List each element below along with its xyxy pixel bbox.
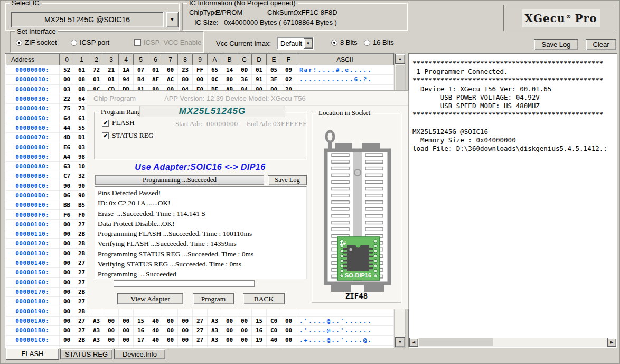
app-window: Select IC MX25L51245G @SOIC16 ▼ IC Infor… bbox=[0, 0, 620, 364]
hex-byte-cell: C0 bbox=[267, 326, 281, 336]
hex-byte-cell: 2B bbox=[74, 345, 89, 348]
radio-on-icon bbox=[16, 40, 22, 46]
tab-flash[interactable]: FLASH bbox=[6, 348, 59, 360]
zif-socket-radio[interactable]: ZIF socket bbox=[16, 39, 57, 46]
device-log-panel[interactable]: ****************************************… bbox=[408, 53, 617, 348]
scroll-thumb[interactable] bbox=[396, 65, 405, 92]
select-ic-label: Select IC bbox=[10, 0, 42, 7]
hex-byte-cell: 08 bbox=[74, 75, 89, 84]
scroll-thumb[interactable] bbox=[419, 338, 493, 346]
hex-row: 000001D0:002BA30000184000002BA300001A400… bbox=[6, 345, 394, 348]
hex-ascii-cell: .'....@..'...... bbox=[296, 326, 394, 336]
select-ic-group: Select IC MX25L51245G @SOIC16 ▼ bbox=[5, 3, 179, 30]
hex-byte-cell: 40 bbox=[267, 345, 281, 348]
end-adr-label: End Adr: bbox=[247, 120, 271, 128]
hex-byte-cell: 40 bbox=[148, 345, 163, 348]
progress-bar: Programming ...Succeeded bbox=[95, 175, 264, 185]
hex-address: 00000130: bbox=[6, 248, 60, 258]
program-log-text: Pins Detected Passed! ID: 0x C2 20 1A ..… bbox=[95, 187, 306, 279]
hex-address: 00000160: bbox=[6, 277, 60, 287]
hex-byte-cell: 21 bbox=[104, 65, 119, 75]
hex-byte-cell: 16 bbox=[252, 326, 267, 336]
hex-col-header: B bbox=[222, 54, 237, 65]
hex-byte-cell: 17 bbox=[134, 336, 148, 345]
tab-status-reg[interactable]: STATUS REG bbox=[60, 349, 112, 359]
hex-address: 00000100: bbox=[6, 219, 60, 229]
hex-byte-cell: 0C bbox=[208, 75, 222, 84]
hex-byte-cell: AF bbox=[148, 75, 163, 84]
vcc-dropdown-button[interactable]: ▼ bbox=[304, 38, 313, 49]
hex-byte-cell: 00 bbox=[60, 345, 74, 348]
hex-byte-cell: 2B bbox=[74, 336, 89, 345]
program-log-box[interactable]: Pins Detected Passed! ID: 0x C2 20 1A ..… bbox=[95, 186, 307, 279]
start-adr-value: 00000000 bbox=[206, 120, 238, 128]
back-button[interactable]: BACK bbox=[243, 293, 285, 304]
tab-device-info[interactable]: Device.Info bbox=[114, 349, 165, 359]
program-button[interactable]: Program bbox=[193, 293, 234, 304]
hex-col-header: A bbox=[208, 54, 222, 65]
start-adr-label: Start Adr: bbox=[175, 120, 202, 128]
hex-byte-cell: 00 bbox=[222, 316, 237, 325]
scroll-left-icon: ◀ bbox=[412, 340, 415, 344]
scroll-down-button[interactable]: ▼ bbox=[395, 337, 405, 347]
hex-ascii-cell: ............6.?. bbox=[296, 75, 394, 84]
scroll-up-button[interactable]: ▲ bbox=[395, 54, 405, 64]
radio-on-icon bbox=[331, 40, 337, 46]
hex-col-header: 3 bbox=[104, 54, 119, 65]
checkbox-checked-icon: ✔ bbox=[102, 120, 109, 127]
hex-byte-cell: 00 bbox=[60, 326, 74, 336]
hex-byte-cell: 16 bbox=[134, 326, 148, 336]
hex-byte-cell: 00 bbox=[163, 336, 178, 345]
hex-address: 000001A0: bbox=[6, 316, 60, 325]
hex-address: 00000170: bbox=[6, 287, 60, 296]
radio-off-icon bbox=[71, 40, 77, 46]
hex-byte-cell: 00 bbox=[163, 326, 178, 336]
adapter-note: Use Adapter:SOIC16 <-> DIP16 bbox=[94, 162, 306, 172]
adapter-board: 1# SO-DIP16 bbox=[337, 237, 380, 280]
vcc-current-combobox[interactable]: Default ▼ bbox=[277, 37, 314, 50]
scroll-right-button[interactable]: ▶ bbox=[607, 338, 616, 347]
hex-byte-cell: 00 bbox=[119, 336, 134, 345]
checkbox-empty-icon bbox=[134, 39, 141, 46]
icsp-vcc-label: ICSP_VCC Enable bbox=[144, 39, 201, 46]
hex-col-header: 6 bbox=[148, 54, 163, 65]
view-adapter-button[interactable]: View Adapter bbox=[117, 293, 183, 304]
icsp-port-radio[interactable]: ICSP port bbox=[71, 39, 109, 46]
end-adr-value: 03FFFFFF bbox=[273, 120, 307, 128]
bits8-radio[interactable]: 8 Bits bbox=[331, 39, 358, 46]
scroll-right-icon: ▶ bbox=[610, 340, 613, 344]
scroll-left-button[interactable]: ◀ bbox=[409, 338, 418, 347]
dialog-save-log-button[interactable]: Save Log bbox=[268, 175, 307, 185]
status-reg-checkbox[interactable]: ✔ STATUS REG bbox=[102, 131, 154, 140]
hex-byte-cell: 00 bbox=[281, 326, 296, 336]
program-range-label: Program Range bbox=[99, 108, 146, 116]
hex-byte-cell: 00 bbox=[193, 75, 208, 84]
hex-byte-cell: 3F bbox=[267, 75, 281, 84]
hex-ascii-cell: .+....@..'....@. bbox=[296, 336, 394, 345]
bits8-label: 8 Bits bbox=[340, 39, 358, 46]
hex-byte-cell: 40 bbox=[148, 316, 163, 325]
checkbox-checked-icon: ✔ bbox=[102, 132, 109, 139]
location-in-socket-group: Location in Socket 1# SO-D bbox=[312, 113, 401, 303]
save-log-button[interactable]: Save Log bbox=[534, 39, 578, 50]
dialog-title: Chip Program bbox=[93, 94, 136, 102]
ic-size-value: 0x4000000 Bytes ( 67108864 Bytes ) bbox=[224, 18, 337, 26]
hex-byte-cell: 00 bbox=[163, 316, 178, 325]
bits16-radio[interactable]: 16 Bits bbox=[364, 39, 394, 46]
hex-address: 00000070: bbox=[6, 133, 60, 142]
location-in-socket-label: Location in Socket bbox=[316, 109, 372, 117]
hex-byte-cell: 00 bbox=[281, 345, 296, 348]
device-log-hscrollbar[interactable]: ◀ ▶ bbox=[409, 338, 616, 347]
ic-info-group: IC Information (No Project opened) ChipT… bbox=[182, 3, 407, 30]
vcc-current-label: Vcc Current Imax: bbox=[216, 40, 271, 47]
ic-select-combobox[interactable]: MX25L51245G @SOIC16 bbox=[11, 12, 164, 27]
clear-button[interactable]: Clear bbox=[586, 39, 616, 50]
flash-checkbox[interactable]: ✔ FLASH bbox=[102, 119, 135, 127]
ic-select-dropdown-button[interactable]: ▼ bbox=[166, 12, 179, 27]
hex-byte-cell: 00 bbox=[178, 336, 193, 345]
hex-byte-cell: 44 bbox=[60, 123, 74, 132]
hex-byte-cell: 00 bbox=[104, 326, 119, 336]
secondary-progress-bar bbox=[114, 280, 255, 287]
icsp-vcc-checkbox[interactable]: ICSP_VCC Enable bbox=[134, 39, 201, 46]
hex-byte-cell: F6 bbox=[60, 210, 74, 219]
